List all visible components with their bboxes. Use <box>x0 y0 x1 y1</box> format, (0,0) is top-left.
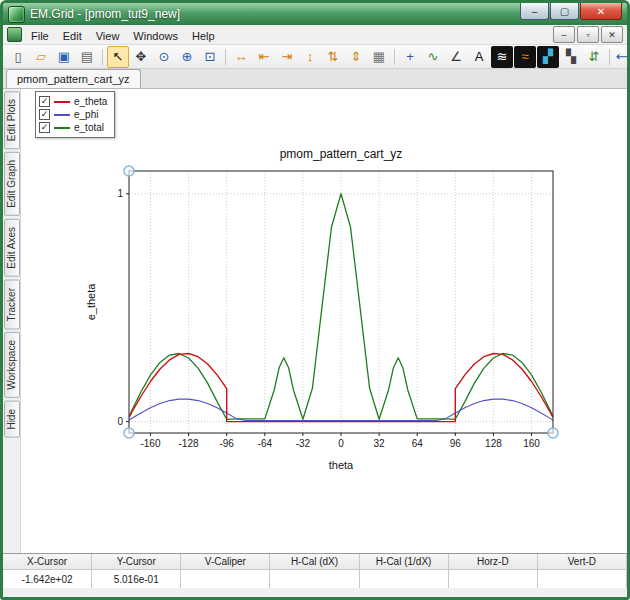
x-tick-label: 96 <box>450 438 462 449</box>
y-tick-label: 1 <box>117 188 123 199</box>
app-window: EM.Grid - [pmom_tut9_new] – ▢ ✕ FileEdit… <box>0 0 630 600</box>
toolbar-separator <box>225 49 226 65</box>
window-title: EM.Grid - [pmom_tut9_new] <box>30 7 514 21</box>
toolbar-separator <box>609 49 610 65</box>
legend-checkbox-e_phi[interactable]: ✓ <box>39 109 50 120</box>
x-tick-label: -32 <box>296 438 311 449</box>
save-icon[interactable]: ▣ <box>53 46 75 68</box>
zoom-box-icon[interactable]: ⊡ <box>199 46 221 68</box>
angle-icon[interactable]: ∠ <box>445 46 467 68</box>
legend-checkbox-e_total[interactable]: ✓ <box>39 122 50 133</box>
print-icon[interactable]: ▤ <box>76 46 98 68</box>
checker-icon[interactable]: ▚ <box>560 46 582 68</box>
legend-label: e_phi <box>74 109 98 120</box>
sine-icon[interactable]: ∿ <box>422 46 444 68</box>
status-header-cell: Vert-D <box>538 554 627 570</box>
legend-line-swatch <box>54 114 70 116</box>
menu-file[interactable]: File <box>24 28 56 44</box>
grid-icon[interactable]: ▦ <box>368 46 390 68</box>
x-tick-label: 160 <box>523 438 540 449</box>
status-table: X-CursorY-CursorV-CaliperH-Cal (dX)H-Cal… <box>3 553 627 588</box>
scale-y-icon[interactable]: ⇅ <box>322 46 344 68</box>
legend-label: e_total <box>74 122 104 133</box>
menu-items: FileEditViewWindowsHelp <box>24 26 222 44</box>
menu-help[interactable]: Help <box>185 28 222 44</box>
open-folder-icon[interactable]: ▱ <box>30 46 52 68</box>
y-tick-label: 0 <box>117 416 123 427</box>
zoom-in-icon[interactable]: ⊕ <box>176 46 198 68</box>
tab-pmom-pattern-cart-yz[interactable]: pmom_pattern_cart_yz <box>6 69 141 88</box>
main-area: Edit PlotsEdit GraphEdit AxesTrackerWork… <box>3 89 627 553</box>
status-value-cell: 5.016e-01 <box>92 570 181 588</box>
image-icon[interactable]: ▞ <box>537 46 559 68</box>
axis-handle[interactable] <box>548 428 558 438</box>
toolbar: ▯▱▣▤↖✥⊙⊕⊡↔⇤⇥↕⇅⇕▦+∿∠A≋≈▞▚⇵⟷ ≡ Layout <box>3 45 627 69</box>
side-tab-hide[interactable]: Hide <box>4 401 20 438</box>
tracker-cross-icon[interactable]: + <box>399 46 421 68</box>
pan-icon[interactable]: ✥ <box>130 46 152 68</box>
status-header-cell: H-Cal (dX) <box>270 554 359 570</box>
plot-canvas[interactable]: ✓e_theta✓e_phi✓e_total pmom_pattern_cart… <box>21 89 627 553</box>
scroll-right-icon[interactable]: ⇥ <box>276 46 298 68</box>
side-tab-edit-plots[interactable]: Edit Plots <box>4 91 20 149</box>
mdi-minimize-button[interactable]: – <box>553 26 575 43</box>
scroll-left-icon[interactable]: ⇤ <box>253 46 275 68</box>
status-header-cell: Horz-D <box>449 554 538 570</box>
status-header-cell: X-Cursor <box>3 554 92 570</box>
legend-line-swatch <box>54 101 70 103</box>
titlebar[interactable]: EM.Grid - [pmom_tut9_new] – ▢ ✕ <box>3 3 627 25</box>
legend-item-e_phi: ✓e_phi <box>39 108 107 121</box>
fit-height-icon[interactable]: ↕ <box>299 46 321 68</box>
status-value-cell <box>538 570 627 588</box>
maximize-button[interactable]: ▢ <box>550 3 579 20</box>
axis-handle[interactable] <box>124 166 134 176</box>
waterfall-icon[interactable]: ≋ <box>491 46 513 68</box>
bottom-strip <box>3 588 627 597</box>
legend-items: ✓e_theta✓e_phi✓e_total <box>39 95 107 134</box>
side-tab-edit-graph[interactable]: Edit Graph <box>4 152 20 216</box>
x-tick-label: -128 <box>179 438 199 449</box>
updown-icon[interactable]: ⇵ <box>583 46 605 68</box>
chart[interactable]: -160-128-96-64-32032649612816001 <box>21 89 627 553</box>
menu-view[interactable]: View <box>89 28 127 44</box>
close-button[interactable]: ✕ <box>580 3 622 20</box>
side-tab-edit-axes[interactable]: Edit Axes <box>4 219 20 277</box>
fit-width-icon[interactable]: ↔ <box>230 46 252 68</box>
menu-edit[interactable]: Edit <box>56 28 89 44</box>
autoscale-icon[interactable]: ⇕ <box>345 46 367 68</box>
x-tick-label: 64 <box>412 438 424 449</box>
status-headers: X-CursorY-CursorV-CaliperH-Cal (dX)H-Cal… <box>3 554 627 570</box>
menu-windows[interactable]: Windows <box>126 28 185 44</box>
app-icon <box>8 6 25 23</box>
axis-handle[interactable] <box>124 428 134 438</box>
side-tab-workspace[interactable]: Workspace <box>4 332 20 398</box>
spectrogram-icon[interactable]: ≈ <box>514 46 536 68</box>
legend-line-swatch <box>54 127 70 129</box>
toolbar-buttons: ▯▱▣▤↖✥⊙⊕⊡↔⇤⇥↕⇅⇕▦+∿∠A≋≈▞▚⇵⟷ <box>7 46 630 68</box>
legend-checkbox-e_theta[interactable]: ✓ <box>39 96 50 107</box>
menubar: FileEditViewWindowsHelp – ▫ ✕ <box>3 25 627 45</box>
status-value-cell <box>270 570 359 588</box>
mdi-restore-button[interactable]: ▫ <box>577 26 599 43</box>
legend-item-e_total: ✓e_total <box>39 121 107 134</box>
mdi-controls: – ▫ ✕ <box>553 26 623 43</box>
side-tab-tracker[interactable]: Tracker <box>4 280 20 330</box>
legend: ✓e_theta✓e_phi✓e_total <box>35 91 115 138</box>
legend-label: e_theta <box>74 96 107 107</box>
x-tick-label: 0 <box>338 438 344 449</box>
status-value-cell: -1.642e+02 <box>3 570 92 588</box>
new-file-icon[interactable]: ▯ <box>7 46 29 68</box>
status-value-cell <box>449 570 538 588</box>
toolbar-separator <box>102 49 103 65</box>
minimize-button[interactable]: – <box>520 3 549 20</box>
x-tick-label: 32 <box>374 438 386 449</box>
pointer-icon[interactable]: ↖ <box>107 46 129 68</box>
expand-icon[interactable]: ⟷ <box>614 46 630 68</box>
x-tick-label: -64 <box>258 438 273 449</box>
side-tabs: Edit PlotsEdit GraphEdit AxesTrackerWork… <box>3 89 21 553</box>
status-value-cell <box>360 570 449 588</box>
x-tick-label: -160 <box>140 438 160 449</box>
text-icon[interactable]: A <box>468 46 490 68</box>
zoom-icon[interactable]: ⊙ <box>153 46 175 68</box>
mdi-close-button[interactable]: ✕ <box>601 26 623 43</box>
